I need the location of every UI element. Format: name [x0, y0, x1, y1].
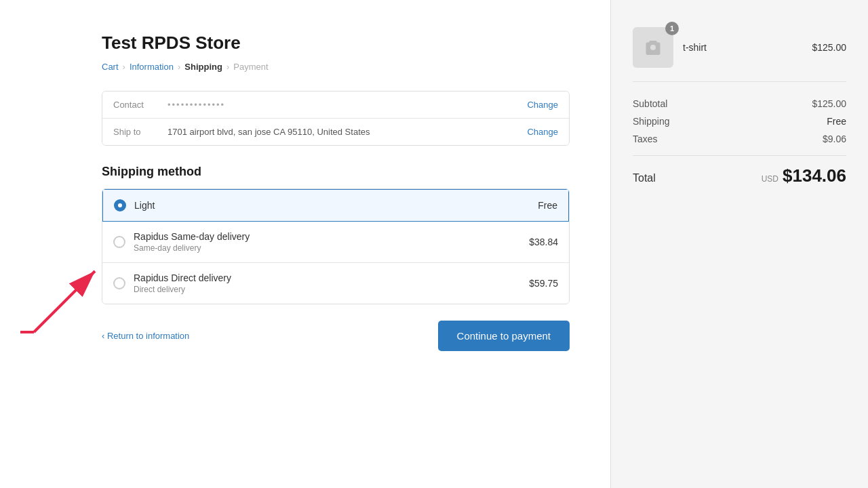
product-badge: 1 — [665, 22, 679, 35]
shipping-option-light[interactable]: Light Free — [102, 189, 569, 222]
breadcrumb-sep-3: › — [226, 62, 229, 72]
continue-to-payment-button[interactable]: Continue to payment — [438, 321, 570, 351]
option-direct-name: Rapidus Direct delivery — [134, 272, 529, 283]
option-light-info: Light — [134, 200, 538, 211]
subtotal-label: Subtotal — [633, 98, 667, 109]
radio-same-day[interactable] — [113, 236, 125, 248]
contact-label: Contact — [113, 100, 167, 110]
shipping-value: Free — [827, 116, 846, 127]
option-same-day-price: $38.84 — [529, 237, 558, 247]
product-name: t-shirt — [683, 42, 802, 53]
option-direct-price: $59.75 — [529, 278, 558, 289]
shipping-option-direct[interactable]: Rapidus Direct delivery Direct delivery … — [102, 263, 569, 304]
breadcrumb-information[interactable]: Information — [130, 62, 174, 72]
total-amount: $134.06 — [783, 165, 846, 186]
breadcrumb-sep-2: › — [178, 62, 180, 72]
return-to-information-link[interactable]: ‹ Return to information — [102, 331, 189, 341]
subtotal-value: $125.00 — [812, 98, 846, 109]
info-box: Contact ••••••••••••• Change Ship to 170… — [102, 91, 570, 146]
total-row: Total USD $134.06 — [633, 155, 846, 186]
radio-light[interactable] — [114, 199, 126, 211]
total-label: Total — [633, 172, 656, 184]
breadcrumb-payment: Payment — [233, 62, 268, 72]
option-light-price: Free — [538, 200, 557, 211]
shipping-section-title: Shipping method — [102, 165, 570, 179]
ship-to-row: Ship to 1701 airport blvd, san jose CA 9… — [102, 119, 569, 145]
contact-row: Contact ••••••••••••• Change — [102, 92, 569, 119]
cart-item: 1 t-shirt $125.00 — [633, 27, 846, 82]
shipping-option-same-day[interactable]: Rapidus Same-day delivery Same-day deliv… — [102, 222, 569, 263]
option-direct-subtitle: Direct delivery — [134, 285, 529, 294]
svg-line-1 — [34, 271, 95, 332]
breadcrumb-sep-1: › — [123, 62, 125, 72]
radio-direct[interactable] — [113, 277, 125, 289]
taxes-label: Taxes — [633, 134, 658, 144]
breadcrumb-cart[interactable]: Cart — [102, 62, 119, 72]
contact-value: ••••••••••••• — [167, 100, 527, 110]
taxes-value: $9.06 — [823, 134, 846, 144]
breadcrumb: Cart › Information › Shipping › Payment — [102, 62, 570, 72]
product-image-wrap: 1 — [633, 27, 673, 68]
ship-to-change[interactable]: Change — [527, 127, 558, 137]
option-same-day-info: Rapidus Same-day delivery Same-day deliv… — [134, 231, 529, 253]
breadcrumb-shipping: Shipping — [184, 62, 222, 72]
ship-to-label: Ship to — [113, 127, 167, 137]
total-currency: USD — [762, 174, 778, 184]
shipping-row: Shipping Free — [633, 116, 846, 127]
product-price: $125.00 — [812, 42, 846, 53]
order-summary-rows: Subtotal $125.00 Shipping Free Taxes $9.… — [633, 98, 846, 144]
shipping-options: Light Free Rapidus Same-day delivery Sam… — [102, 188, 570, 304]
store-title: Test RPDS Store — [102, 33, 570, 54]
contact-change[interactable]: Change — [527, 100, 558, 110]
subtotal-row: Subtotal $125.00 — [633, 98, 846, 109]
option-direct-info: Rapidus Direct delivery Direct delivery — [134, 272, 529, 294]
shipping-label: Shipping — [633, 116, 670, 127]
taxes-row: Taxes $9.06 — [633, 134, 846, 144]
option-light-name: Light — [134, 200, 538, 211]
option-same-day-subtitle: Same-day delivery — [134, 243, 529, 253]
order-summary-panel: 1 t-shirt $125.00 Subtotal $125.00 Shipp… — [610, 0, 868, 488]
checkout-left-panel: Test RPDS Store Cart › Information › Shi… — [0, 0, 610, 488]
ship-to-value: 1701 airport blvd, san jose CA 95110, Un… — [167, 127, 527, 137]
bottom-actions: ‹ Return to information Continue to paym… — [102, 321, 570, 351]
option-same-day-name: Rapidus Same-day delivery — [134, 231, 529, 242]
total-value: USD $134.06 — [762, 165, 846, 186]
